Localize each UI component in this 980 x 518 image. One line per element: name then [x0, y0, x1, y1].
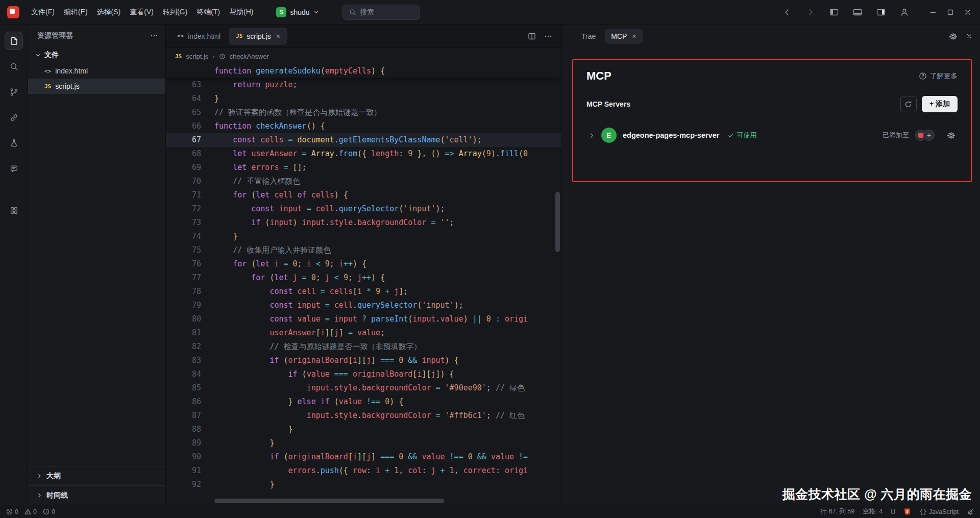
code-line[interactable]: 72 const input = cell.querySelector('inp…: [166, 202, 561, 216]
line-number[interactable]: 72: [166, 202, 214, 216]
code-line[interactable]: 65// 验证答案的函数（检查是否与原始谜题一致）: [166, 106, 561, 119]
mcp-server-row[interactable]: E edgeone-pages-mcp-server 可使用 已添加至 +: [586, 121, 958, 149]
server-settings-gear-icon[interactable]: [947, 131, 955, 140]
back-button[interactable]: [780, 5, 794, 19]
explorer-icon[interactable]: [5, 32, 23, 50]
line-number[interactable]: 78: [166, 285, 214, 299]
code-line[interactable]: 69 let errors = [];: [166, 161, 561, 175]
panel-settings-gear-icon[interactable]: [949, 32, 958, 41]
line-number[interactable]: 79: [166, 299, 214, 312]
tab-script-js[interactable]: JS script.js ×: [229, 28, 287, 45]
file-item-index-html[interactable]: <> index.html: [28, 63, 165, 79]
menu-item[interactable]: 终端(T): [192, 5, 225, 19]
encoding-setting[interactable]: U: [891, 508, 895, 515]
remote-link-icon[interactable]: [5, 108, 23, 127]
menu-item[interactable]: 帮助(H): [225, 5, 258, 19]
line-number[interactable]: 71: [166, 188, 214, 202]
code-line[interactable]: 89 }: [166, 436, 561, 450]
line-number[interactable]: 88: [166, 423, 214, 436]
test-flask-icon[interactable]: [5, 134, 23, 152]
close-tab-icon[interactable]: ×: [276, 32, 280, 40]
breadcrumb[interactable]: JS script.js › checkAnswer: [166, 48, 561, 64]
code-line[interactable]: 90 if (originalBoard[i][j] === 0 && valu…: [166, 450, 561, 464]
menu-item[interactable]: 查看(V): [125, 5, 158, 19]
tab-index-html[interactable]: <> index.html: [170, 28, 228, 45]
toggle-panel-button[interactable]: [850, 5, 865, 19]
code-line[interactable]: 92 }: [166, 478, 561, 491]
line-number[interactable]: [166, 64, 214, 78]
cursor-position[interactable]: 行 67, 列 59: [821, 507, 855, 516]
tab-mcp[interactable]: MCP ×: [605, 29, 642, 44]
learn-more-link[interactable]: 了解更多: [919, 71, 958, 81]
line-number[interactable]: 69: [166, 161, 214, 175]
toggle-left-sidebar-button[interactable]: [827, 5, 841, 19]
split-editor-icon[interactable]: [528, 32, 536, 40]
menu-item[interactable]: 选择(S): [92, 5, 126, 19]
line-number[interactable]: 80: [166, 312, 214, 326]
menu-item[interactable]: 转到(G): [158, 5, 192, 19]
account-icon[interactable]: [897, 5, 912, 19]
code-line[interactable]: 64}: [166, 92, 561, 106]
files-section-header[interactable]: 文件: [28, 47, 165, 63]
code-line[interactable]: 76 for (let i = 0; i < 9; i++) {: [166, 257, 561, 271]
code-line[interactable]: 70 // 重置输入框颜色: [166, 175, 561, 188]
language-mode[interactable]: {} JavaScript: [919, 508, 959, 515]
code-line[interactable]: 81 userAnswer[i][j] = value;: [166, 326, 561, 340]
line-number[interactable]: 76: [166, 257, 214, 271]
line-number[interactable]: 83: [166, 354, 214, 367]
line-number[interactable]: 66: [166, 119, 214, 133]
menu-item[interactable]: 编辑(E): [59, 5, 92, 19]
minimize-button[interactable]: [926, 5, 940, 19]
code-line[interactable]: 74 }: [166, 230, 561, 243]
code-editor[interactable]: function generateSudoku(emptyCells) { 63…: [166, 64, 561, 505]
indentation-setting[interactable]: 空格: 4: [863, 507, 883, 516]
code-line[interactable]: 66function checkAnswer() {: [166, 119, 561, 133]
notifications-bell-icon[interactable]: [967, 508, 974, 515]
code-line[interactable]: 86 } else if (value !== 0) {: [166, 395, 561, 409]
line-number[interactable]: 90: [166, 450, 214, 464]
vertical-scrollbar[interactable]: [555, 192, 560, 252]
editor-more-actions-icon[interactable]: [544, 32, 552, 40]
code-line[interactable]: 85 input.style.backgroundColor = '#90ee9…: [166, 381, 561, 395]
line-number[interactable]: 74: [166, 230, 214, 243]
added-project-avatars[interactable]: +: [915, 130, 935, 141]
problems-errors[interactable]: 0: [6, 508, 18, 515]
line-number[interactable]: 85: [166, 381, 214, 395]
code-line[interactable]: 91 errors.push({ row: i + 1, col: j + 1,…: [166, 464, 561, 478]
code-line[interactable]: 79 const input = cell.querySelector('inp…: [166, 299, 561, 312]
horizontal-scrollbar[interactable]: [214, 499, 444, 503]
add-server-button[interactable]: + 添加: [922, 96, 958, 112]
line-number[interactable]: 68: [166, 147, 214, 161]
forward-button[interactable]: [803, 5, 818, 19]
line-number[interactable]: 70: [166, 175, 214, 188]
code-line[interactable]: 78 const cell = cells[i * 9 + j];: [166, 285, 561, 299]
line-number[interactable]: 89: [166, 436, 214, 450]
line-number[interactable]: 67: [166, 133, 214, 147]
line-number[interactable]: 75: [166, 243, 214, 257]
source-control-icon[interactable]: [5, 83, 23, 101]
line-number[interactable]: 65: [166, 106, 214, 119]
app-logo-icon[interactable]: [7, 6, 19, 18]
toggle-right-sidebar-button[interactable]: [874, 5, 888, 19]
code-line[interactable]: 63 return puzzle;: [166, 78, 561, 92]
code-line[interactable]: 88 }: [166, 423, 561, 436]
line-number[interactable]: 92: [166, 478, 214, 491]
tab-trae[interactable]: Trae: [575, 29, 602, 44]
breadcrumb-file[interactable]: script.js: [186, 53, 208, 60]
line-number[interactable]: 84: [166, 367, 214, 381]
extensions-grid-icon[interactable]: [5, 201, 23, 219]
breadcrumb-symbol[interactable]: checkAnswer: [230, 53, 269, 60]
line-number[interactable]: 81: [166, 326, 214, 340]
close-window-button[interactable]: [961, 5, 975, 19]
line-number[interactable]: 87: [166, 409, 214, 423]
add-to-project-icon[interactable]: +: [923, 130, 935, 141]
code-line[interactable]: 68 let userAnswer = Array.from({ length:…: [166, 147, 561, 161]
refresh-button[interactable]: [900, 96, 917, 112]
line-number[interactable]: 82: [166, 340, 214, 354]
maximize-button[interactable]: [943, 5, 958, 19]
timeline-section[interactable]: 时间线: [28, 485, 165, 505]
project-switcher[interactable]: S shudu: [272, 5, 323, 19]
code-line[interactable]: 82 // 检查与原始谜题是否一致（非预填数字）: [166, 340, 561, 354]
code-line[interactable]: 73 if (input) input.style.backgroundColo…: [166, 216, 561, 230]
code-line[interactable]: 84 if (value === originalBoard[i][j]) {: [166, 367, 561, 381]
